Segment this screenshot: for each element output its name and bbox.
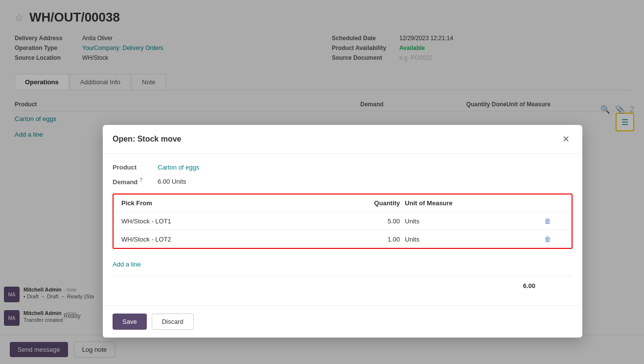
modal-discard-button[interactable]: Discard: [152, 314, 194, 330]
modal-demand-value: 6.00 Units: [158, 178, 186, 185]
stock-table-header: Pick From Quantity Unit of Measure: [114, 194, 572, 212]
stock-row-1: WH/Stock - LOT1 5.00 Units 🗑: [114, 212, 572, 230]
modal-product-label: Product: [113, 164, 152, 171]
stock-move-modal: Open: Stock move ✕ Product Carton of egg…: [103, 125, 582, 338]
total-row: 6.00: [113, 276, 573, 295]
modal-footer: Save Discard: [103, 305, 582, 338]
stock-row-2: WH/Stock - LOT2 1.00 Units 🗑: [114, 230, 572, 248]
modal-header: Open: Stock move ✕: [103, 125, 582, 154]
modal-product-field: Product Carton of eggs: [113, 164, 573, 171]
modal-add-line[interactable]: Add a line: [113, 257, 141, 272]
col-unit-of-measure: Unit of Measure: [405, 199, 544, 207]
modal-demand-field: Demand ? 6.00 Units: [113, 177, 573, 186]
qty-1: 5.00: [330, 218, 405, 225]
delete-row-1[interactable]: 🗑: [544, 217, 564, 225]
col-quantity: Quantity: [330, 199, 405, 207]
modal-close-button[interactable]: ✕: [559, 133, 573, 146]
total-value: 6.00: [523, 282, 535, 290]
delete-row-2[interactable]: 🗑: [544, 235, 564, 243]
modal-product-value[interactable]: Carton of eggs: [158, 164, 199, 171]
uom-2: Units: [405, 236, 544, 243]
delete-icon-1[interactable]: 🗑: [544, 217, 551, 225]
modal-title: Open: Stock move: [113, 135, 181, 144]
col-delete-spacer: [544, 199, 564, 207]
modal-demand-label: Demand ?: [113, 177, 152, 186]
delete-icon-2[interactable]: 🗑: [544, 235, 551, 243]
uom-1: Units: [405, 218, 544, 225]
demand-help-icon: ?: [139, 177, 143, 183]
pick-from-2: WH/Stock - LOT2: [121, 236, 330, 243]
col-pick-from: Pick From: [121, 199, 330, 207]
qty-2: 1.00: [330, 236, 405, 243]
stock-table: Pick From Quantity Unit of Measure WH/St…: [113, 194, 573, 249]
modal-body: Product Carton of eggs Demand ? 6.00 Uni…: [103, 154, 582, 305]
pick-from-1: WH/Stock - LOT1: [121, 218, 330, 225]
modal-save-button[interactable]: Save: [113, 314, 147, 330]
